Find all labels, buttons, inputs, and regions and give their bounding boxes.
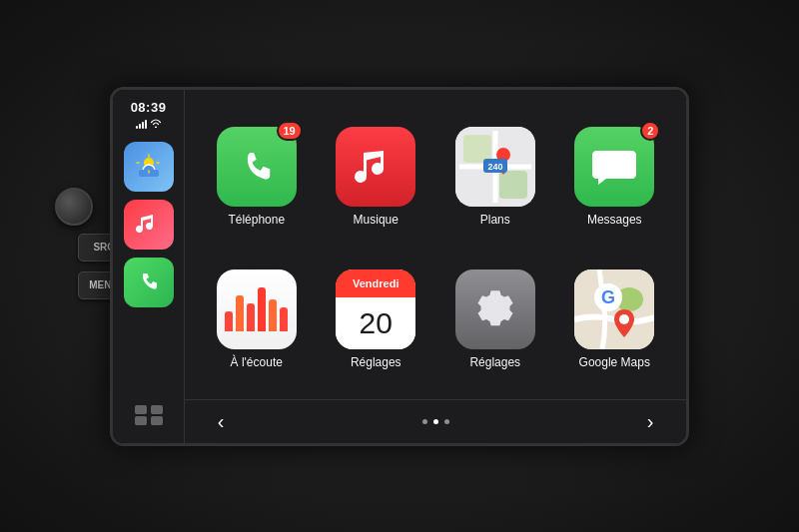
page-dots — [422, 419, 449, 424]
app-label-musique: Musique — [354, 213, 399, 227]
status-icons — [136, 118, 162, 130]
main-content: 19 Téléphone Musique — [185, 90, 686, 443]
app-label-ecoute: À l'écoute — [231, 355, 283, 369]
app-calendrier[interactable]: Vendredi 20 Réglages — [317, 249, 436, 391]
page-dot-3 — [444, 419, 449, 424]
wifi-icon — [150, 118, 162, 130]
svg-text:G: G — [601, 287, 615, 307]
app-label-telephone: Téléphone — [228, 213, 285, 227]
app-icon-musique — [336, 127, 415, 207]
cal-day-name: Vendredi — [336, 269, 415, 297]
app-plans[interactable]: 240 Plans — [435, 106, 555, 249]
sidebar-app-music-small[interactable] — [124, 200, 174, 250]
app-label-reglages: Réglages — [469, 355, 520, 369]
svg-point-17 — [619, 314, 629, 324]
app-musique[interactable]: Musique — [317, 106, 436, 249]
cal-day-number: 20 — [336, 297, 415, 349]
sidebar: 08:39 — [113, 90, 185, 443]
page-dot-2 — [433, 419, 438, 424]
svg-rect-4 — [135, 416, 147, 425]
apps-grid: 19 Téléphone Musique — [185, 90, 686, 399]
app-icon-plans: 240 — [455, 127, 535, 207]
svg-text:240: 240 — [487, 162, 502, 172]
app-label-messages: Messages — [587, 213, 642, 227]
sidebar-app-weather[interactable] — [124, 142, 174, 192]
app-icon-telephone: 19 — [217, 127, 297, 207]
prev-button[interactable]: ‹ — [205, 405, 237, 437]
app-reglages[interactable]: Réglages — [435, 249, 555, 391]
svg-rect-3 — [151, 405, 163, 414]
app-ecoute[interactable]: À l'écoute — [197, 249, 317, 391]
bottom-navigation: ‹ › — [185, 399, 686, 443]
app-icon-calendrier: Vendredi 20 — [336, 269, 415, 349]
app-icon-ecoute — [217, 269, 297, 349]
badge-messages: 2 — [640, 121, 660, 141]
app-icon-reglages — [455, 269, 535, 349]
sidebar-home-button[interactable] — [124, 397, 174, 433]
app-label-plans: Plans — [480, 213, 510, 227]
next-button[interactable]: › — [634, 405, 666, 437]
svg-rect-7 — [463, 135, 491, 163]
svg-rect-8 — [499, 171, 527, 199]
app-icon-googlemaps: G — [574, 269, 654, 349]
app-label-calendrier: Réglages — [351, 355, 401, 369]
app-icon-messages: 2 — [574, 127, 654, 207]
svg-rect-2 — [135, 405, 147, 414]
svg-rect-5 — [151, 416, 163, 425]
clock: 08:39 — [131, 100, 167, 115]
status-bar: 08:39 — [131, 100, 167, 130]
volume-knob[interactable] — [55, 188, 93, 226]
carplay-screen: 08:39 — [110, 87, 689, 446]
app-googlemaps[interactable]: G Google Maps — [555, 249, 675, 391]
badge-telephone: 19 — [277, 121, 303, 141]
app-messages[interactable]: 2 Messages — [555, 106, 675, 249]
car-dashboard: SRC MENU 08:39 — [0, 0, 799, 532]
page-dot-1 — [422, 419, 427, 424]
signal-icon — [136, 119, 147, 129]
app-label-googlemaps: Google Maps — [579, 355, 650, 369]
app-telephone[interactable]: 19 Téléphone — [197, 106, 317, 249]
sidebar-app-phone-small[interactable] — [124, 258, 174, 307]
